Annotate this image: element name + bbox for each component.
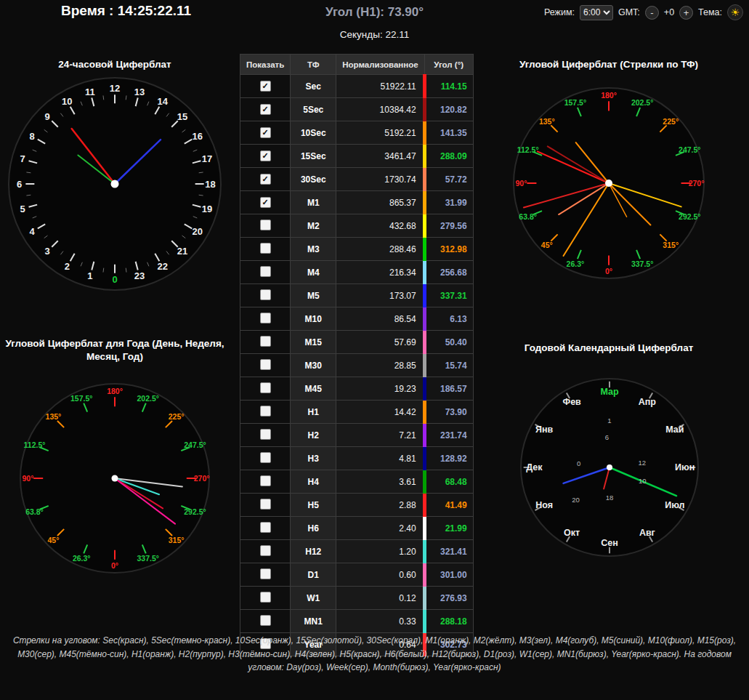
gmt-offset-value: +0: [664, 7, 674, 17]
angle-value: 114.15: [424, 75, 473, 98]
row-visibility-checkbox[interactable]: [260, 359, 271, 370]
normalized-value: 4.81: [336, 447, 424, 470]
row-visibility-checkbox[interactable]: [260, 313, 271, 323]
row-visibility-checkbox[interactable]: [260, 499, 271, 510]
row-visibility-checkbox[interactable]: ✓: [260, 81, 271, 92]
checkbox-cell: [240, 424, 291, 447]
svg-text:26.3°: 26.3°: [73, 554, 91, 563]
angle-value: 41.49: [424, 494, 473, 517]
timeframe-label: 15Sec: [291, 145, 336, 168]
svg-text:3: 3: [44, 246, 49, 257]
svg-text:Авг: Авг: [639, 528, 655, 538]
checkbox-cell: [240, 610, 291, 633]
table-row: H43.6168.48: [240, 470, 474, 494]
svg-text:90°: 90°: [516, 179, 527, 188]
theme-toggle-button[interactable]: ☀: [727, 4, 743, 20]
row-visibility-checkbox[interactable]: [260, 615, 271, 626]
column-header: ТФ: [291, 55, 336, 75]
angle-value: 279.56: [424, 214, 473, 238]
svg-text:202.5°: 202.5°: [631, 98, 653, 107]
normalized-value: 14.42: [336, 401, 424, 424]
svg-text:10: 10: [639, 477, 647, 485]
row-visibility-checkbox[interactable]: [260, 452, 271, 463]
svg-text:5: 5: [20, 204, 25, 214]
table-row: M2432.68279.56: [240, 214, 474, 238]
svg-text:Май: Май: [665, 425, 684, 435]
gmt-minus-button[interactable]: -: [645, 6, 659, 20]
svg-text:225°: 225°: [663, 117, 679, 126]
checkbox-cell: [240, 494, 291, 517]
table-row: MN10.33288.18: [240, 610, 474, 633]
svg-text:12: 12: [110, 83, 120, 94]
row-visibility-checkbox[interactable]: [260, 243, 271, 254]
svg-text:247.5°: 247.5°: [679, 145, 700, 154]
checkbox-cell: [240, 563, 291, 587]
row-visibility-checkbox[interactable]: [260, 545, 271, 556]
row-visibility-checkbox[interactable]: [260, 429, 271, 440]
svg-text:0°: 0°: [605, 267, 612, 275]
angle-value: 15.74: [424, 354, 473, 377]
clock24-title: 24-часовой Циферблат: [4, 58, 226, 71]
table-row: M4216.34256.68: [240, 261, 474, 284]
row-visibility-checkbox[interactable]: [260, 475, 271, 486]
row-visibility-checkbox[interactable]: [260, 266, 271, 277]
checkbox-cell: [240, 587, 291, 610]
row-visibility-checkbox[interactable]: [260, 289, 271, 300]
svg-text:202.5°: 202.5°: [137, 394, 159, 403]
table-row: M1086.546.13: [240, 307, 474, 331]
svg-text:13: 13: [134, 87, 145, 97]
angular-tf-dial: 180°202.5°225°247.5°270°292.5°315°337.5°…: [497, 71, 721, 295]
row-visibility-checkbox[interactable]: ✓: [260, 150, 271, 161]
normalized-value: 5192.21: [336, 121, 424, 145]
svg-text:Дек: Дек: [526, 462, 543, 472]
row-visibility-checkbox[interactable]: ✓: [260, 174, 271, 185]
row-visibility-checkbox[interactable]: ✓: [260, 127, 271, 138]
timeframe-table: ПоказатьТФНормализованноеУгол (°) ✓Sec51…: [240, 54, 474, 656]
angle-value: 321.41: [424, 540, 473, 563]
angle-value: 50.40: [424, 331, 473, 354]
angle-value: 120.82: [424, 98, 473, 121]
checkbox-cell: [240, 401, 291, 424]
row-visibility-checkbox[interactable]: [260, 220, 271, 230]
timeframe-label: M45: [291, 377, 336, 401]
svg-text:11: 11: [85, 87, 95, 97]
row-visibility-checkbox[interactable]: [260, 336, 271, 347]
clock-center-dot: [605, 180, 612, 187]
row-visibility-checkbox[interactable]: ✓: [260, 104, 271, 115]
gmt-label: GMT:: [618, 7, 640, 17]
row-visibility-checkbox[interactable]: [260, 592, 271, 603]
svg-text:22: 22: [157, 261, 167, 272]
table-header-row: ПоказатьТФНормализованноеУгол (°): [240, 55, 474, 75]
svg-text:180°: 180°: [107, 387, 123, 395]
angle-value: 276.93: [424, 587, 473, 610]
row-visibility-checkbox[interactable]: [260, 522, 271, 533]
timeframe-label: D1: [291, 563, 336, 587]
row-visibility-checkbox[interactable]: ✓: [260, 197, 271, 208]
svg-text:12: 12: [638, 459, 646, 467]
svg-text:45°: 45°: [47, 536, 59, 544]
timeframe-label: H5: [291, 494, 336, 517]
checkbox-cell: [240, 331, 291, 354]
header-controls: Режим: 6:00 GMT: - +0 + Тема: ☀: [544, 4, 743, 20]
row-visibility-checkbox[interactable]: [260, 406, 271, 417]
row-visibility-checkbox[interactable]: [260, 568, 271, 579]
normalized-value: 3461.47: [336, 145, 424, 168]
svg-text:225°: 225°: [169, 412, 185, 421]
table-row: M3288.46312.98: [240, 238, 474, 261]
gmt-plus-button[interactable]: +: [679, 6, 693, 20]
angle-value: 68.48: [424, 470, 473, 494]
row-visibility-checkbox[interactable]: [260, 382, 271, 393]
checkbox-cell: ✓: [240, 98, 291, 121]
normalized-value: 7.21: [336, 424, 424, 447]
timeframe-label: 30Sec: [291, 168, 336, 191]
timeframe-label: MN1: [291, 610, 336, 633]
svg-text:135°: 135°: [539, 117, 555, 126]
svg-text:270°: 270°: [689, 179, 705, 188]
checkbox-cell: ✓: [240, 121, 291, 145]
svg-text:Янв: Янв: [535, 425, 554, 435]
column-header: Угол (°): [424, 55, 473, 75]
table-row: M5173.07337.31: [240, 284, 474, 307]
column-header: Показать: [240, 55, 291, 75]
checkbox-cell: [240, 284, 291, 307]
mode-select[interactable]: 6:00: [580, 5, 613, 20]
